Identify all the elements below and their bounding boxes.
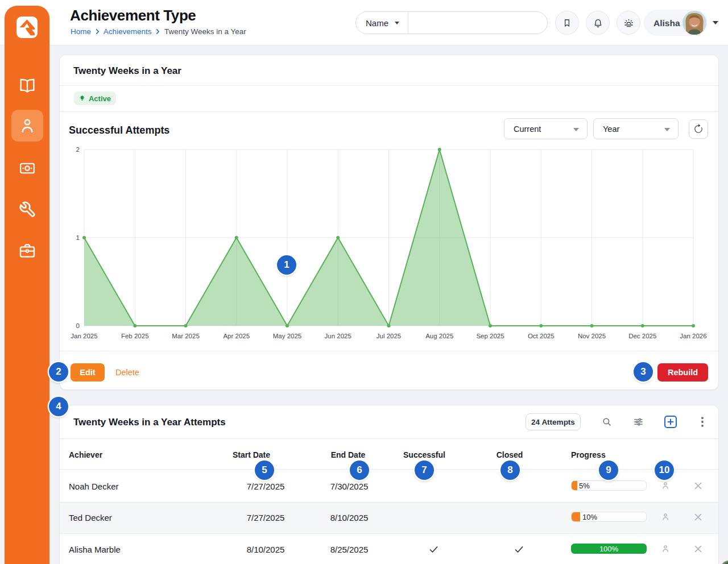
svg-text:Mar 2025: Mar 2025 xyxy=(172,333,200,339)
svg-text:Nov 2025: Nov 2025 xyxy=(578,333,606,339)
svg-text:Jan 2026: Jan 2026 xyxy=(680,333,706,339)
svg-text:Sep 2025: Sep 2025 xyxy=(476,333,504,339)
svg-text:Jan 2025: Jan 2025 xyxy=(71,333,97,339)
svg-text:Dec 2025: Dec 2025 xyxy=(628,333,656,339)
svg-text:Aug 2025: Aug 2025 xyxy=(425,333,453,339)
svg-text:Jun 2025: Jun 2025 xyxy=(325,333,351,339)
svg-text:1: 1 xyxy=(76,234,80,241)
svg-text:Oct 2025: Oct 2025 xyxy=(528,333,555,339)
svg-text:2: 2 xyxy=(76,146,80,153)
svg-text:Apr 2025: Apr 2025 xyxy=(223,333,250,339)
svg-text:Jul 2025: Jul 2025 xyxy=(377,333,401,339)
svg-text:May 2025: May 2025 xyxy=(273,333,302,339)
svg-text:Feb 2025: Feb 2025 xyxy=(121,333,149,339)
svg-text:0: 0 xyxy=(76,322,80,329)
